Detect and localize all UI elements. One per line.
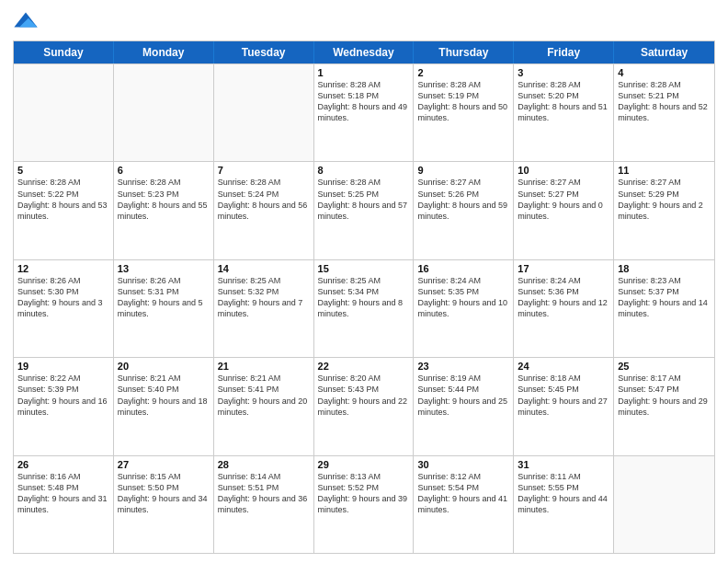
calendar-cell-empty <box>614 456 714 553</box>
calendar-cell-day-6: 6Sunrise: 8:28 AM Sunset: 5:23 PM Daylig… <box>114 162 214 259</box>
weekday-header-saturday: Saturday <box>614 41 714 63</box>
cell-day-number: 15 <box>318 263 410 274</box>
page-header <box>13 9 715 35</box>
weekday-header-sunday: Sunday <box>14 41 114 63</box>
cell-info: Sunrise: 8:26 AM Sunset: 5:30 PM Dayligh… <box>17 275 109 320</box>
calendar-cell-day-26: 26Sunrise: 8:16 AM Sunset: 5:48 PM Dayli… <box>14 456 114 553</box>
calendar-cell-day-7: 7Sunrise: 8:28 AM Sunset: 5:24 PM Daylig… <box>214 162 314 259</box>
cell-day-number: 26 <box>17 459 109 470</box>
weekday-header-friday: Friday <box>514 41 614 63</box>
cell-day-number: 2 <box>417 67 509 78</box>
calendar-cell-day-15: 15Sunrise: 8:25 AM Sunset: 5:34 PM Dayli… <box>314 260 415 357</box>
cell-day-number: 19 <box>17 361 109 372</box>
cell-day-number: 6 <box>118 165 210 176</box>
calendar-cell-day-5: 5Sunrise: 8:28 AM Sunset: 5:22 PM Daylig… <box>14 162 114 259</box>
calendar-cell-day-3: 3Sunrise: 8:28 AM Sunset: 5:20 PM Daylig… <box>514 64 614 161</box>
calendar-cell-day-25: 25Sunrise: 8:17 AM Sunset: 5:47 PM Dayli… <box>614 358 714 454</box>
weekday-header-monday: Monday <box>114 41 214 63</box>
calendar-cell-day-23: 23Sunrise: 8:19 AM Sunset: 5:44 PM Dayli… <box>414 358 514 454</box>
calendar-header: SundayMondayTuesdayWednesdayThursdayFrid… <box>14 41 714 63</box>
weekday-header-thursday: Thursday <box>414 41 514 63</box>
cell-day-number: 8 <box>318 165 410 176</box>
calendar-cell-day-27: 27Sunrise: 8:15 AM Sunset: 5:50 PM Dayli… <box>114 456 214 553</box>
cell-info: Sunrise: 8:14 AM Sunset: 5:51 PM Dayligh… <box>218 471 310 516</box>
cell-info: Sunrise: 8:27 AM Sunset: 5:27 PM Dayligh… <box>518 177 609 222</box>
calendar-cell-day-19: 19Sunrise: 8:22 AM Sunset: 5:39 PM Dayli… <box>14 358 114 454</box>
cell-info: Sunrise: 8:11 AM Sunset: 5:55 PM Dayligh… <box>518 471 609 516</box>
cell-info: Sunrise: 8:28 AM Sunset: 5:20 PM Dayligh… <box>518 79 609 124</box>
cell-info: Sunrise: 8:21 AM Sunset: 5:40 PM Dayligh… <box>118 373 210 418</box>
cell-info: Sunrise: 8:23 AM Sunset: 5:37 PM Dayligh… <box>618 275 711 320</box>
cell-info: Sunrise: 8:28 AM Sunset: 5:23 PM Dayligh… <box>118 177 210 222</box>
cell-day-number: 31 <box>518 459 609 470</box>
calendar-cell-day-1: 1Sunrise: 8:28 AM Sunset: 5:18 PM Daylig… <box>314 64 415 161</box>
cell-day-number: 21 <box>218 361 310 372</box>
calendar-cell-day-9: 9Sunrise: 8:27 AM Sunset: 5:26 PM Daylig… <box>414 162 514 259</box>
calendar-cell-day-8: 8Sunrise: 8:28 AM Sunset: 5:25 PM Daylig… <box>314 162 415 259</box>
calendar-cell-day-31: 31Sunrise: 8:11 AM Sunset: 5:55 PM Dayli… <box>514 456 614 553</box>
calendar-row-4: 19Sunrise: 8:22 AM Sunset: 5:39 PM Dayli… <box>14 357 714 454</box>
weekday-header-wednesday: Wednesday <box>314 41 415 63</box>
cell-day-number: 20 <box>118 361 210 372</box>
calendar-row-1: 1Sunrise: 8:28 AM Sunset: 5:18 PM Daylig… <box>14 63 714 161</box>
cell-day-number: 24 <box>518 361 609 372</box>
calendar-body: 1Sunrise: 8:28 AM Sunset: 5:18 PM Daylig… <box>14 63 714 553</box>
calendar-row-3: 12Sunrise: 8:26 AM Sunset: 5:30 PM Dayli… <box>14 259 714 357</box>
cell-info: Sunrise: 8:22 AM Sunset: 5:39 PM Dayligh… <box>17 373 109 418</box>
cell-day-number: 3 <box>518 67 609 78</box>
cell-info: Sunrise: 8:15 AM Sunset: 5:50 PM Dayligh… <box>118 471 210 516</box>
cell-day-number: 5 <box>17 165 109 176</box>
cell-day-number: 28 <box>218 459 310 470</box>
cell-day-number: 12 <box>17 263 109 274</box>
calendar-cell-day-18: 18Sunrise: 8:23 AM Sunset: 5:37 PM Dayli… <box>614 260 714 357</box>
calendar-cell-day-10: 10Sunrise: 8:27 AM Sunset: 5:27 PM Dayli… <box>514 162 614 259</box>
cell-day-number: 17 <box>518 263 609 274</box>
calendar-cell-day-21: 21Sunrise: 8:21 AM Sunset: 5:41 PM Dayli… <box>214 358 314 454</box>
calendar-cell-day-14: 14Sunrise: 8:25 AM Sunset: 5:32 PM Dayli… <box>214 260 314 357</box>
cell-info: Sunrise: 8:26 AM Sunset: 5:31 PM Dayligh… <box>118 275 210 320</box>
cell-info: Sunrise: 8:25 AM Sunset: 5:32 PM Dayligh… <box>218 275 310 320</box>
calendar-cell-day-13: 13Sunrise: 8:26 AM Sunset: 5:31 PM Dayli… <box>114 260 214 357</box>
cell-info: Sunrise: 8:21 AM Sunset: 5:41 PM Dayligh… <box>218 373 310 418</box>
cell-day-number: 27 <box>118 459 210 470</box>
calendar-row-5: 26Sunrise: 8:16 AM Sunset: 5:48 PM Dayli… <box>14 455 714 553</box>
calendar-cell-day-30: 30Sunrise: 8:12 AM Sunset: 5:54 PM Dayli… <box>414 456 514 553</box>
cell-info: Sunrise: 8:17 AM Sunset: 5:47 PM Dayligh… <box>618 373 711 418</box>
cell-day-number: 22 <box>318 361 410 372</box>
cell-info: Sunrise: 8:27 AM Sunset: 5:26 PM Dayligh… <box>417 177 509 222</box>
cell-info: Sunrise: 8:24 AM Sunset: 5:36 PM Dayligh… <box>518 275 609 320</box>
cell-info: Sunrise: 8:18 AM Sunset: 5:45 PM Dayligh… <box>518 373 609 418</box>
calendar-cell-day-17: 17Sunrise: 8:24 AM Sunset: 5:36 PM Dayli… <box>514 260 614 357</box>
weekday-header-tuesday: Tuesday <box>214 41 314 63</box>
cell-info: Sunrise: 8:28 AM Sunset: 5:25 PM Dayligh… <box>318 177 410 222</box>
cell-info: Sunrise: 8:28 AM Sunset: 5:22 PM Dayligh… <box>17 177 109 222</box>
cell-day-number: 29 <box>318 459 410 470</box>
cell-day-number: 18 <box>618 263 711 274</box>
cell-info: Sunrise: 8:28 AM Sunset: 5:21 PM Dayligh… <box>618 79 711 124</box>
cell-day-number: 11 <box>618 165 711 176</box>
calendar-cell-day-29: 29Sunrise: 8:13 AM Sunset: 5:52 PM Dayli… <box>314 456 415 553</box>
calendar-cell-day-4: 4Sunrise: 8:28 AM Sunset: 5:21 PM Daylig… <box>614 64 714 161</box>
calendar-cell-day-16: 16Sunrise: 8:24 AM Sunset: 5:35 PM Dayli… <box>414 260 514 357</box>
cell-info: Sunrise: 8:28 AM Sunset: 5:24 PM Dayligh… <box>218 177 310 222</box>
cell-day-number: 14 <box>218 263 310 274</box>
cell-day-number: 10 <box>518 165 609 176</box>
calendar-row-2: 5Sunrise: 8:28 AM Sunset: 5:22 PM Daylig… <box>14 161 714 259</box>
calendar: SundayMondayTuesdayWednesdayThursdayFrid… <box>13 40 715 554</box>
calendar-cell-day-2: 2Sunrise: 8:28 AM Sunset: 5:19 PM Daylig… <box>414 64 514 161</box>
cell-day-number: 30 <box>417 459 509 470</box>
cell-info: Sunrise: 8:20 AM Sunset: 5:43 PM Dayligh… <box>318 373 410 418</box>
calendar-cell-day-20: 20Sunrise: 8:21 AM Sunset: 5:40 PM Dayli… <box>114 358 214 454</box>
cell-info: Sunrise: 8:13 AM Sunset: 5:52 PM Dayligh… <box>318 471 410 516</box>
cell-info: Sunrise: 8:12 AM Sunset: 5:54 PM Dayligh… <box>417 471 509 516</box>
calendar-cell-day-12: 12Sunrise: 8:26 AM Sunset: 5:30 PM Dayli… <box>14 260 114 357</box>
cell-day-number: 25 <box>618 361 711 372</box>
cell-info: Sunrise: 8:25 AM Sunset: 5:34 PM Dayligh… <box>318 275 410 320</box>
calendar-cell-empty <box>14 64 114 161</box>
cell-day-number: 1 <box>318 67 410 78</box>
cell-info: Sunrise: 8:24 AM Sunset: 5:35 PM Dayligh… <box>417 275 509 320</box>
cell-info: Sunrise: 8:28 AM Sunset: 5:19 PM Dayligh… <box>417 79 509 124</box>
calendar-cell-day-22: 22Sunrise: 8:20 AM Sunset: 5:43 PM Dayli… <box>314 358 415 454</box>
calendar-container: SundayMondayTuesdayWednesdayThursdayFrid… <box>0 0 728 563</box>
cell-day-number: 9 <box>417 165 509 176</box>
